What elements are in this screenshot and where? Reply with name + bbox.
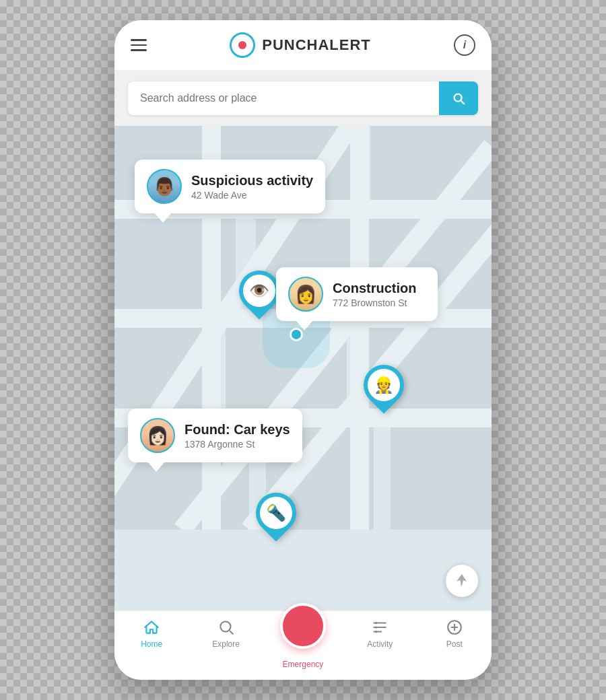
post-icon [445,618,464,637]
explore-label: Explore [212,639,240,649]
nav-item-explore[interactable]: Explore [206,618,246,649]
navigate-button[interactable] [446,565,478,597]
logo-icon [230,32,255,58]
pin-inner-suspicious: 👁️ [243,275,275,307]
map-card-carkeys[interactable]: 👩🏻 Found: Car keys 1378 Argonne St [128,409,302,462]
map-area[interactable]: 👨🏾 Suspicious activity 42 Wade Ave 👁️ 👩 … [114,126,492,610]
card-title-construction: Construction [333,281,416,296]
home-icon [142,618,161,637]
svg-rect-24 [374,631,382,632]
logo: PUNCHALERT [230,32,371,58]
avatar-carkeys: 👩🏻 [140,418,175,453]
card-info-construction: Construction 772 Brownston St [333,281,416,308]
nav-item-emergency[interactable]: Emergency [280,618,326,669]
pin-suspicious[interactable]: 👁️ [239,271,279,311]
activity-label: Activity [367,639,393,649]
info-button[interactable]: i [454,34,475,56]
pin-carkeys[interactable]: 🔦 [256,493,296,533]
svg-point-26 [375,626,377,628]
phone-frame: PUNCHALERT i [114,20,492,680]
avatar-construction: 👩 [288,277,323,312]
navigate-icon [454,573,470,589]
bottom-nav: Home Explore Emergency [114,610,492,680]
nav-item-home[interactable]: Home [131,618,172,649]
pin-bubble-carkeys: 🔦 [248,485,305,542]
home-label: Home [141,639,162,649]
card-info-carkeys: Found: Car keys 1378 Argonne St [184,422,290,450]
search-button[interactable] [439,81,478,115]
pin-construction[interactable]: 👷 [364,365,404,405]
emergency-label: Emergency [283,660,324,669]
activity-icon [370,618,389,637]
pin-inner-construction: 👷 [368,369,400,401]
search-bar-container [114,71,492,126]
header: PUNCHALERT i [114,20,492,71]
pin-bubble-construction: 👷 [356,357,413,414]
svg-point-27 [375,631,377,633]
emergency-button[interactable] [280,603,326,649]
pin-inner-carkeys: 🔦 [260,497,292,529]
nav-item-post[interactable]: Post [434,618,475,649]
nav-item-activity[interactable]: Activity [360,618,400,649]
search-icon [451,91,466,106]
map-card-suspicious[interactable]: 👨🏾 Suspicious activity 42 Wade Ave [135,160,325,213]
search-bar [128,81,478,115]
map-card-construction[interactable]: 👩 Construction 772 Brownston St [276,267,438,321]
card-title-suspicious: Suspicious activity [191,173,313,188]
card-title-carkeys: Found: Car keys [184,422,290,438]
svg-point-25 [375,622,377,624]
app-name: PUNCHALERT [262,36,371,54]
avatar-suspicious: 👨🏾 [147,169,182,204]
card-info-suspicious: Suspicious activity 42 Wade Ave [191,173,313,201]
search-input[interactable] [128,83,439,114]
menu-button[interactable] [131,39,147,51]
svg-point-21 [220,621,230,631]
svg-rect-12 [391,425,492,530]
post-label: Post [446,639,463,649]
emergency-circle[interactable] [280,603,326,649]
card-address-construction: 772 Brownston St [333,298,416,308]
explore-icon [217,618,236,637]
card-address-carkeys: 1378 Argonne St [184,439,290,450]
card-address-suspicious: 42 Wade Ave [191,190,313,201]
